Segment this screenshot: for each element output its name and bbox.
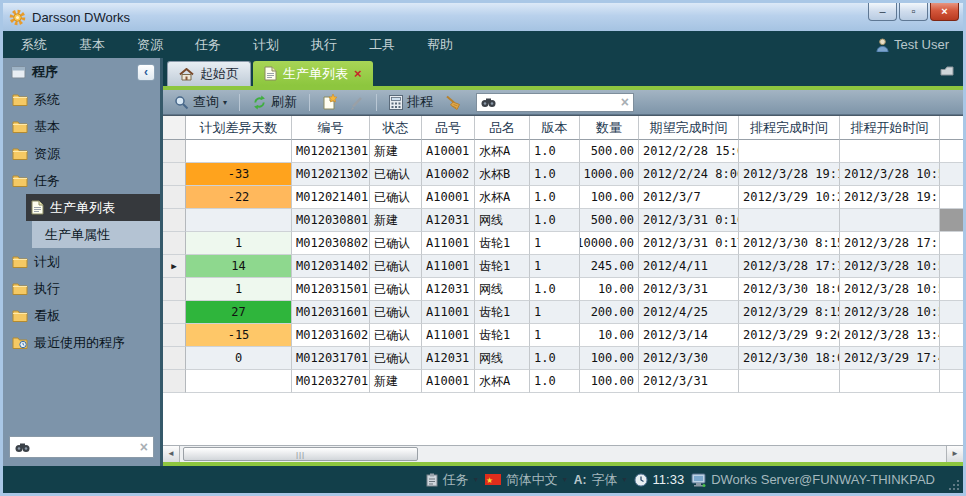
menu-item-resource[interactable]: 资源 (137, 36, 163, 54)
cell-version: 1 (530, 255, 580, 278)
table-row[interactable]: M012030801新建A12031网线1.0500.002012/3/31 0… (163, 209, 963, 232)
status-task-menu[interactable]: 任务 ▾ (426, 471, 478, 489)
column-header-version[interactable]: 版本 (530, 116, 580, 140)
column-header-qty[interactable]: 数量 (580, 116, 639, 140)
menu-item-help[interactable]: 帮助 (427, 36, 453, 54)
cell-sched_end_time: 2012/3/29 9:20 (739, 324, 840, 347)
cell-sched_start_time: 2012/3/28 10:52 (840, 255, 940, 278)
table-row[interactable]: 27M012031601已确认A11001齿轮11200.002012/4/25… (163, 301, 963, 324)
toolbar: 查询▾刷新排程× (163, 90, 963, 115)
column-header-item_no[interactable]: 品号 (422, 116, 475, 140)
flag-icon: ★ (485, 474, 501, 485)
cell-expect_time: 2012/3/14 (639, 324, 739, 347)
column-header-expect_time[interactable]: 期望完成时间 (639, 116, 739, 140)
sidebar-search-input[interactable] (34, 439, 136, 455)
row-gutter-cell (163, 347, 186, 370)
folder-icon (12, 309, 28, 322)
toolbar-separator (239, 94, 240, 111)
sidebar-item-4[interactable]: 生产单列表 (26, 194, 160, 221)
maximize-button[interactable]: ▫ (899, 3, 928, 21)
document-icon (264, 66, 277, 81)
column-header-code[interactable]: 编号 (292, 116, 370, 140)
toolbar-separator (309, 94, 310, 111)
cell-status: 已确认 (370, 324, 422, 347)
sidebar-item-label: 看板 (34, 307, 60, 325)
sidebar-item-5[interactable]: 生产单属性 (32, 221, 160, 248)
tab-list-icon[interactable] (939, 65, 955, 76)
sidebar-item-8[interactable]: 看板 (3, 302, 160, 329)
sidebar-item-7[interactable]: 执行 (3, 275, 160, 302)
table-row[interactable]: 1M012031501已确认A12031网线1.010.002012/3/312… (163, 278, 963, 301)
sidebar-item-0[interactable]: 系统 (3, 86, 160, 113)
cell-status: 新建 (370, 370, 422, 393)
scroll-right-button[interactable]: ► (946, 446, 963, 462)
user-menu[interactable]: Test User (876, 37, 949, 52)
new-button[interactable] (319, 93, 340, 111)
clean-button[interactable] (442, 94, 464, 111)
tab-label: 生产单列表 (283, 65, 348, 83)
table-row[interactable]: ▶14M012031402已确认A11001齿轮11245.002012/4/1… (163, 255, 963, 278)
cell-qty: 100.00 (580, 347, 639, 370)
cell-qty: 245.00 (580, 255, 639, 278)
column-header-sched_end_time[interactable]: 排程完成时间 (739, 116, 840, 140)
sidebar-item-label: 最近使用的程序 (34, 334, 125, 352)
sidebar-item-1[interactable]: 基本 (3, 113, 160, 140)
cell-diff: 14 (186, 255, 292, 278)
sidebar-search-clear-icon[interactable]: × (140, 440, 148, 454)
table-row[interactable]: 1M012030802已确认A11001齿轮1110000.002012/3/3… (163, 232, 963, 255)
sidebar-item-3[interactable]: 任务 (3, 167, 160, 194)
sidebar-item-label: 系统 (34, 91, 60, 109)
cell-version: 1 (530, 232, 580, 255)
horizontal-scrollbar[interactable]: ◄ ||| ► (163, 445, 963, 462)
scroll-thumb[interactable]: ||| (183, 447, 418, 461)
table-row[interactable]: M012021301新建A10001水杯A1.0500.002012/2/28 … (163, 140, 963, 163)
minimize-button[interactable]: – (868, 3, 897, 21)
query-button[interactable]: 查询▾ (171, 92, 230, 112)
refresh-button[interactable]: 刷新 (249, 92, 300, 112)
tab-home[interactable]: 起始页 (167, 61, 251, 86)
cell-code: M012031601 (292, 301, 370, 324)
sidebar-item-6[interactable]: 计划 (3, 248, 160, 275)
column-header-extra[interactable]: 前 (940, 116, 963, 140)
menu-item-basic[interactable]: 基本 (79, 36, 105, 54)
table-row[interactable]: M012032701新建A10001水杯A1.0100.002012/3/31 (163, 370, 963, 393)
cell-item_name: 齿轮1 (475, 232, 530, 255)
schedule-button[interactable]: 排程 (386, 92, 436, 112)
cell-qty: 100.00 (580, 186, 639, 209)
resize-grip[interactable] (949, 480, 959, 490)
toolbar-search-clear-icon[interactable]: × (621, 95, 629, 109)
column-header-sched_start_time[interactable]: 排程开始时间 (840, 116, 940, 140)
close-button[interactable]: × (930, 3, 959, 21)
status-font-menu[interactable]: A: 字体 ▾ (574, 471, 627, 489)
column-header-item_name[interactable]: 品名 (475, 116, 530, 140)
table-row[interactable]: 0M012031701已确认A12031网线1.0100.002012/3/30… (163, 347, 963, 370)
menu-item-tools[interactable]: 工具 (369, 36, 395, 54)
sidebar-collapse-button[interactable]: ‹ (137, 64, 155, 81)
table-row[interactable]: -33M012021302已确认A10002水杯B1.01000.002012/… (163, 163, 963, 186)
toolbar-search-input[interactable] (500, 94, 617, 110)
sidebar-item-2[interactable]: 资源 (3, 140, 160, 167)
menu-item-plan[interactable]: 计划 (253, 36, 279, 54)
cell-extra (940, 186, 963, 209)
column-header-diff[interactable]: 计划差异天数 (186, 116, 292, 140)
scroll-left-button[interactable]: ◄ (163, 446, 180, 462)
edit-button[interactable] (346, 94, 367, 111)
menu-item-task[interactable]: 任务 (195, 36, 221, 54)
menu-item-system[interactable]: 系统 (21, 36, 47, 54)
cell-expect_time: 2012/4/25 (639, 301, 739, 324)
tab-close-icon[interactable]: × (354, 67, 362, 80)
app-gear-icon (9, 9, 26, 26)
table-row[interactable]: -15M012031602已确认A11001齿轮1110.002012/3/14… (163, 324, 963, 347)
status-language-menu[interactable]: ★ 简体中文 ▾ (485, 471, 567, 489)
menu-item-execute[interactable]: 执行 (311, 36, 337, 54)
title-bar: Darsson DWorks – ▫ × (3, 3, 963, 31)
column-header-status[interactable]: 状态 (370, 116, 422, 140)
cell-sched_start_time: 2012/3/28 10:52 (840, 301, 940, 324)
cell-item_no: A11001 (422, 324, 475, 347)
tab-order-list[interactable]: 生产单列表× (253, 61, 373, 86)
sidebar-item-9[interactable]: 最近使用的程序 (3, 329, 160, 356)
new-document-icon (322, 94, 337, 110)
table-row[interactable]: -22M012021401已确认A10001水杯A1.0100.002012/3… (163, 186, 963, 209)
cell-status: 已确认 (370, 301, 422, 324)
cell-version: 1 (530, 301, 580, 324)
